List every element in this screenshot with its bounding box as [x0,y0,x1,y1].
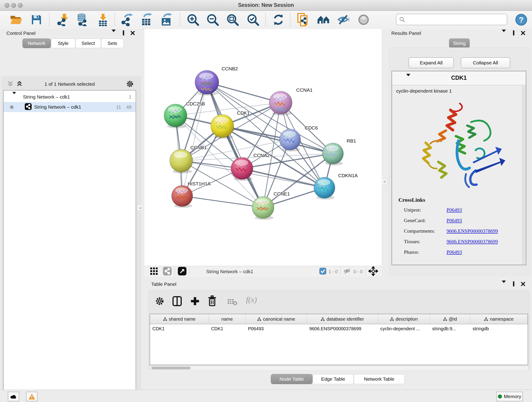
help-icon[interactable]: ? [515,13,528,26]
memory-button[interactable]: Memory [496,392,523,401]
panel-menu-icon[interactable] [502,32,506,36]
node-CCNE1[interactable] [252,196,274,220]
save-session-icon[interactable] [30,13,43,26]
cloud-button[interactable] [8,392,19,401]
genecard-link[interactable]: P06493 [447,217,462,223]
table-cell[interactable]: 9606.ENSP00000378699 [307,324,378,334]
left-splitter-handle[interactable] [138,205,143,211]
panel-close-icon[interactable] [520,31,526,36]
node-CDK1[interactable] [211,115,234,139]
selected-checkbox-icon[interactable] [319,268,326,275]
grid-view-icon[interactable] [150,267,158,276]
table-gear-icon[interactable] [155,296,165,307]
hide-selected-eye-icon[interactable] [337,13,350,26]
tissues-link[interactable]: 9606.ENSP00000378699 [447,239,498,245]
network-share-icon[interactable] [163,267,172,277]
node-CCNB2[interactable] [195,70,219,96]
import-network-database-icon[interactable] [75,13,89,26]
node-CCNB1[interactable] [170,149,193,173]
pharos-link[interactable]: P06493 [447,249,462,255]
column-header-name[interactable]: name [209,314,246,324]
panel-close-icon[interactable] [130,31,135,36]
tab-sets[interactable]: Sets [101,38,124,48]
node-table[interactable]: shared namenamecanonical namedatabase id… [150,314,528,365]
birds-eye-view-icon[interactable] [177,267,187,277]
panel-float-icon[interactable] [123,31,124,35]
move-crosshair-icon[interactable] [368,266,378,277]
tab-network[interactable]: Network [22,38,51,48]
zoom-selected-icon[interactable] [246,13,260,26]
column-header-namespace[interactable]: namespace [470,314,528,324]
tab-edge-table[interactable]: Edge Table [312,374,354,384]
export-image-icon[interactable] [160,13,173,26]
column-header-database-identifier[interactable]: database identifier [307,314,378,324]
edge-CCNB2-HIST1H1A[interactable] [182,82,207,196]
hidden-eye-icon[interactable] [343,268,351,275]
node-CDC6[interactable] [279,129,301,152]
results-scrollbar[interactable] [522,85,525,264]
network-row-selected[interactable]: String Network – cdk1 11 48 [4,102,136,112]
edge-HIST1H1A-CCNE1[interactable] [182,196,263,207]
scrollbar-thumb[interactable] [151,367,191,370]
annotations-icon[interactable] [297,13,310,26]
select-columns-icon[interactable] [172,296,182,307]
column-header--id[interactable]: @id [430,314,470,324]
tab-string[interactable]: String [449,38,470,48]
search-input[interactable] [396,14,507,25]
import-network-file-icon[interactable] [56,13,69,26]
table-cell[interactable]: stringdb [470,324,528,334]
table-row[interactable]: CDK1CDK1P064939606.ENSP00000378699cyclin… [150,324,528,334]
column-header-description[interactable]: description [378,314,430,324]
export-table-icon[interactable] [140,13,153,26]
panel-close-icon[interactable] [520,281,526,287]
tab-style[interactable]: Style [51,38,75,48]
home-icon[interactable] [317,13,330,26]
table-cell[interactable]: cyclin-dependent ... [378,324,430,334]
collapse-all-button[interactable]: Collapse All [461,57,510,68]
panel-menu-icon[interactable] [502,283,506,287]
panel-float-icon[interactable] [513,31,514,35]
search-field[interactable] [405,17,507,22]
table-cell[interactable]: CDK1 [209,324,246,334]
add-column-icon[interactable] [190,296,200,307]
edge-CCNA2-CDKN1A[interactable] [242,168,324,188]
expand-all-button[interactable]: Expand All [409,57,454,68]
tab-node-table[interactable]: Node Table [271,374,312,384]
export-network-icon[interactable] [120,13,133,26]
import-table-icon[interactable] [96,13,109,26]
gear-icon[interactable] [126,80,134,89]
node-CDKN1A[interactable] [314,177,335,200]
table-horizontal-scrollbar[interactable] [150,366,529,370]
panel-menu-icon[interactable] [112,32,116,36]
network-collection-row[interactable]: String Network – cdk1 1 [4,92,136,102]
column-header-shared-name[interactable]: shared name [150,314,209,324]
tab-network-table[interactable]: Network Table [354,374,405,384]
right-splitter-handle[interactable] [382,179,387,184]
network-canvas[interactable]: CCNB2CCNA1CDC25BCDK1CDC6RB1CCNB1CCNA2CDK… [144,29,382,266]
table-cell[interactable]: CDK1 [150,324,209,334]
zoom-out-icon[interactable] [206,13,219,26]
panel-float-icon[interactable] [513,282,514,286]
refresh-icon[interactable] [272,13,285,26]
function-builder-icon[interactable]: f(x) [246,295,257,304]
show-all-eye-icon[interactable] [357,13,370,26]
warnings-button[interactable] [26,392,38,401]
uniprot-link[interactable]: P06493 [447,207,462,213]
compartments-link[interactable]: 9606.ENSP00000378699 [447,228,498,234]
delete-column-trash-icon[interactable] [208,295,217,307]
vertical-splitter[interactable] [382,29,387,266]
node-CDC25B[interactable] [164,104,187,128]
zoom-fit-icon[interactable] [226,13,239,26]
open-session-icon[interactable] [10,13,23,26]
node-CCNA1[interactable] [269,91,292,115]
node-details-header[interactable]: CDK1 [392,71,526,85]
node-RB1[interactable] [322,143,343,166]
zoom-in-icon[interactable] [186,13,200,26]
table-cell[interactable]: stringdb:9... [430,324,470,334]
tree-expander-icon[interactable] [12,94,16,100]
table-cell[interactable]: P06493 [246,324,307,334]
node-HIST1H1A[interactable] [172,185,193,208]
delete-table-icon[interactable] [227,298,237,306]
tab-select[interactable]: Select [75,38,101,48]
column-header-canonical-name[interactable]: canonical name [246,314,307,324]
